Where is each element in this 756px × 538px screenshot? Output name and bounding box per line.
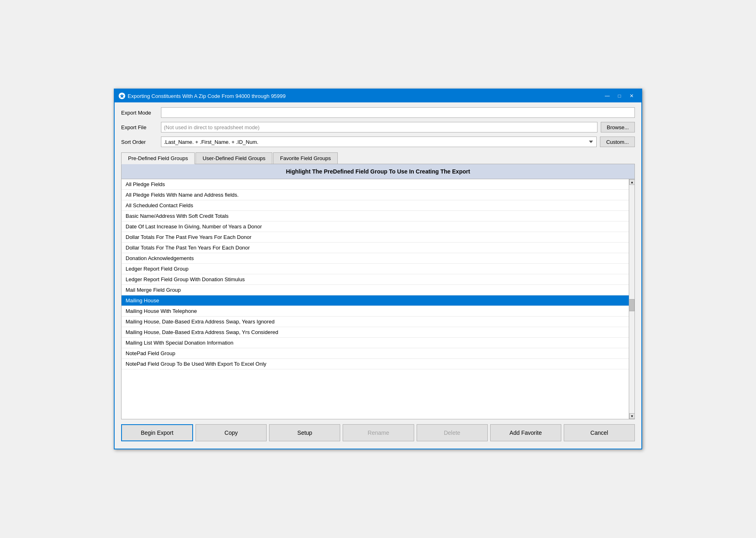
- list-item[interactable]: Dollar Totals For The Past Five Years Fo…: [122, 232, 634, 243]
- scrollbar-thumb[interactable]: [629, 299, 634, 311]
- begin-export-button[interactable]: Begin Export: [121, 424, 193, 441]
- cancel-button[interactable]: Cancel: [564, 424, 635, 441]
- title-bar: ★ Exporting Constituents With A Zip Code…: [115, 89, 641, 102]
- field-group-header: Highlight The PreDefined Field Group To …: [122, 164, 634, 179]
- sort-order-label: Sort Order: [121, 139, 158, 145]
- tabs-header: Pre-Defined Field Groups User-Defined Fi…: [121, 152, 635, 164]
- export-mode-row: Export Mode: [121, 107, 635, 118]
- export-mode-input[interactable]: [161, 107, 635, 118]
- export-file-row: Export File (Not used in direct to sprea…: [121, 122, 635, 132]
- list-item[interactable]: Mailing House, Date-Based Extra Address …: [122, 317, 634, 327]
- export-file-label: Export File: [121, 124, 158, 130]
- export-mode-label: Export Mode: [121, 110, 158, 116]
- tab-content: Highlight The PreDefined Field Group To …: [121, 164, 635, 419]
- browse-button[interactable]: Browse...: [601, 122, 635, 132]
- sort-order-row: Sort Order .Last_Name. + .First_Name. + …: [121, 137, 635, 147]
- field-group-list[interactable]: All Pledge FieldsAll Pledge Fields With …: [122, 179, 634, 419]
- copy-button[interactable]: Copy: [196, 424, 267, 441]
- list-container: All Pledge FieldsAll Pledge Fields With …: [122, 179, 634, 419]
- setup-button[interactable]: Setup: [269, 424, 340, 441]
- custom-button[interactable]: Custom...: [600, 137, 635, 147]
- list-item[interactable]: Donation Acknowledgements: [122, 253, 634, 264]
- list-item[interactable]: All Scheduled Contact Fields: [122, 200, 634, 211]
- scrollbar-track[interactable]: ▲ ▼: [629, 179, 634, 419]
- window-content: Export Mode Export File (Not used in dir…: [115, 102, 641, 449]
- minimize-button[interactable]: —: [602, 92, 613, 100]
- list-item[interactable]: Mailing House, Date-Based Extra Address …: [122, 327, 634, 338]
- list-item[interactable]: All Pledge Fields: [122, 179, 634, 190]
- export-file-input[interactable]: (Not used in direct to spreadsheet mode): [161, 122, 597, 132]
- tab-userdefined[interactable]: User-Defined Field Groups: [196, 152, 272, 164]
- delete-button[interactable]: Delete: [417, 424, 488, 441]
- app-icon: ★: [119, 93, 125, 99]
- title-bar-left: ★ Exporting Constituents With A Zip Code…: [119, 93, 286, 99]
- list-item[interactable]: NotePad Field Group To Be Used With Expo…: [122, 359, 634, 369]
- bottom-buttons: Begin Export Copy Setup Rename Delete Ad…: [121, 419, 635, 444]
- list-item[interactable]: Dollar Totals For The Past Ten Years For…: [122, 243, 634, 253]
- list-item[interactable]: Basic Name/Address With Soft Credit Tota…: [122, 211, 634, 221]
- list-item[interactable]: Mailing House With Telephone: [122, 306, 634, 317]
- scroll-up-button[interactable]: ▲: [629, 179, 635, 185]
- list-item[interactable]: Mailing House: [122, 295, 634, 306]
- tab-favorite[interactable]: Favorite Field Groups: [273, 152, 338, 164]
- main-window: ★ Exporting Constituents With A Zip Code…: [114, 89, 642, 449]
- maximize-button[interactable]: □: [614, 92, 625, 100]
- list-item[interactable]: Mail Merge Field Group: [122, 285, 634, 295]
- add-favorite-button[interactable]: Add Favorite: [490, 424, 561, 441]
- rename-button[interactable]: Rename: [343, 424, 414, 441]
- sort-order-select[interactable]: .Last_Name. + .First_Name. + .ID_Num.: [161, 137, 597, 147]
- scroll-down-button[interactable]: ▼: [629, 413, 635, 419]
- tab-predefined[interactable]: Pre-Defined Field Groups: [121, 152, 195, 164]
- list-item[interactable]: Ledger Report Field Group: [122, 264, 634, 274]
- list-item[interactable]: All Pledge Fields With Name and Address …: [122, 190, 634, 200]
- close-button[interactable]: ✕: [626, 92, 637, 100]
- window-title: Exporting Constituents With A Zip Code F…: [128, 93, 286, 99]
- tabs-container: Pre-Defined Field Groups User-Defined Fi…: [121, 152, 635, 419]
- list-item[interactable]: Mailing List With Special Donation Infor…: [122, 338, 634, 348]
- title-bar-controls: — □ ✕: [602, 92, 637, 100]
- list-item[interactable]: Date Of Last Increase In Giving, Number …: [122, 221, 634, 232]
- list-item[interactable]: Ledger Report Field Group With Donation …: [122, 274, 634, 285]
- list-item[interactable]: NotePad Field Group: [122, 348, 634, 359]
